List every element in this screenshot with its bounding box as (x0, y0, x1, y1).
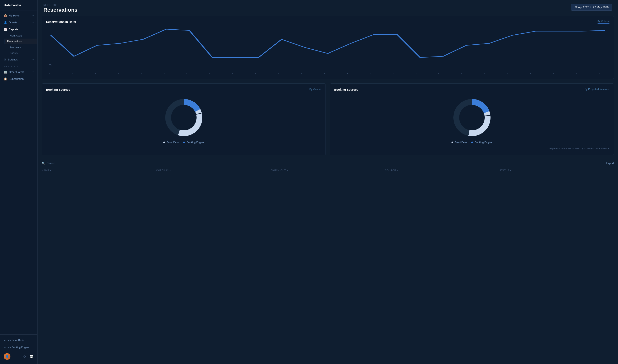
sidebar-item-other-hotels[interactable]: 🏢 Other Hotels ▾ (0, 69, 37, 76)
sidebar: Hotel Yorba 🏨 My Hotel ▾ 👤 Guests ▾ 📈 Re… (0, 0, 38, 364)
sidebar-item-label: Other Hotels (9, 70, 24, 74)
bottom-area: 🔍 Search Export NAME ▾ CHECK IN ▾ CHECK … (38, 159, 618, 176)
x-axis-date: 2020-05-02 (71, 73, 80, 74)
x-axis-date: 2020-05-18 (437, 73, 446, 74)
col-source[interactable]: SOURCE ▾ (385, 169, 499, 172)
revenue-card-header: Booking Sources By Projected Revenue (334, 88, 609, 91)
sidebar-item-guests[interactable]: 👤 Guests ▾ (0, 19, 37, 26)
volume-card-label: By Volume (309, 88, 321, 91)
sidebar-nav: 🏨 My Hotel ▾ 👤 Guests ▾ 📈 Reports ▴ Nigh… (0, 10, 37, 334)
reports-subnav: Night Audit Reservations Payments Guests (0, 33, 37, 56)
page-title: Reservations (43, 7, 77, 13)
x-axis-date: 2020-05-13 (323, 73, 331, 74)
revenue-legend: Front Desk Booking Engine (452, 141, 492, 144)
sidebar-item-label: My Hotel (9, 14, 19, 17)
x-axis-date: 2020-05-01 (48, 73, 56, 74)
line-chart-container: 0 (46, 27, 609, 73)
sidebar-logo: Hotel Yorba (0, 0, 37, 10)
sidebar-item-night-audit[interactable]: Night Audit (7, 33, 37, 39)
legend-booking-engine-rev: Booking Engine (471, 141, 492, 144)
refresh-icon[interactable]: ⟳ (23, 355, 26, 359)
sidebar-item-settings[interactable]: ⚙ Settings ▾ (0, 56, 37, 63)
guests-icon: 👤 (4, 21, 7, 24)
booking-engine-dot-rev (471, 142, 473, 143)
search-icon: 🔍 (42, 162, 45, 165)
sidebar-item-payments[interactable]: Payments (7, 44, 37, 50)
line-chart-svg: 0 (46, 27, 609, 73)
x-axis-date: 2020-05-05 (140, 73, 148, 74)
x-axis-date: 2020-05-08 (208, 73, 217, 74)
settings-icon: ⚙ (4, 58, 6, 61)
col-check-out[interactable]: CHECK OUT ▾ (271, 169, 385, 172)
col-status[interactable]: STATUS ▾ (499, 169, 614, 172)
sort-icon-status: ▾ (510, 169, 511, 171)
sidebar-item-reservations[interactable]: Reservations (5, 39, 37, 44)
chevron-down-icon: ▾ (33, 71, 34, 73)
x-axis-date: 2020-05-20 (483, 73, 492, 74)
front-desk-dot-rev (452, 142, 453, 143)
col-name[interactable]: NAME ▾ (42, 169, 156, 172)
chevron-down-icon: ▾ (33, 21, 34, 24)
sidebar-item-subscription[interactable]: 📋 Subscription (0, 76, 37, 82)
main-content: Reports Reservations 22 Apr 2020 to 22 M… (38, 0, 618, 364)
x-axis-date: 2020-05-06 (163, 73, 171, 74)
sort-icon-checkin: ▾ (170, 169, 171, 171)
table-header-row: NAME ▾ CHECK IN ▾ CHECK OUT ▾ SOURCE ▾ S… (42, 167, 614, 174)
line-chart-title: Reservations in Hotel (46, 20, 76, 24)
sort-icon-checkout: ▾ (287, 169, 288, 171)
page-header-left: Reports Reservations (43, 4, 77, 13)
message-icon[interactable]: 💬 (29, 355, 34, 359)
x-axis-date: 2020-05-19 (460, 73, 469, 74)
sidebar-bottom: ↗ My Front Desk ↗ My Booking Engine 👤 ⟳ … (0, 334, 37, 364)
volume-card-title: Booking Sources (46, 88, 70, 91)
x-axis-labels: 2020-05-012020-05-022020-05-032020-05-04… (46, 73, 609, 75)
sidebar-item-label: Guests (9, 21, 17, 24)
volume-pie-area: Front Desk Booking Engine (46, 95, 321, 146)
booking-sources-volume-card: Booking Sources By Volume (42, 83, 326, 155)
external-link-icon: ↗ (4, 346, 6, 349)
search-export-row: 🔍 Search Export (42, 159, 614, 167)
search-label: Search (47, 162, 55, 165)
breadcrumb: Reports (43, 4, 77, 6)
figures-note: * Figures in charts are rounded up to ne… (334, 146, 609, 151)
svg-text:0: 0 (48, 64, 52, 67)
my-booking-engine-button[interactable]: ↗ My Booking Engine (0, 344, 37, 351)
subscription-icon: 📋 (4, 77, 7, 80)
volume-card-header: Booking Sources By Volume (46, 88, 321, 91)
legend-booking-engine: Booking Engine (183, 141, 204, 144)
booking-engine-dot (183, 142, 185, 143)
hotel-icon: 🏨 (4, 14, 7, 17)
x-axis-date: 2020-05-10 (254, 73, 263, 74)
page-header: Reports Reservations 22 Apr 2020 to 22 M… (38, 0, 618, 16)
sidebar-item-reports[interactable]: 📈 Reports ▴ (0, 26, 37, 33)
x-axis-date: 2020-05-22 (529, 73, 537, 74)
legend-front-desk-rev: Front Desk (452, 141, 467, 144)
x-axis-date: 2020-05-21 (506, 73, 514, 74)
sort-icon-name: ▾ (50, 169, 51, 171)
x-axis-date: 2020-05-04 (117, 73, 125, 74)
export-button[interactable]: Export (606, 162, 614, 165)
col-check-in[interactable]: CHECK IN ▾ (156, 169, 270, 172)
x-axis-date: 2020-05-24 (575, 73, 583, 74)
sidebar-item-guests-sub[interactable]: Guests (7, 50, 37, 56)
avatar[interactable]: 👤 (4, 353, 11, 360)
user-row: 👤 ⟳ 💬 (0, 351, 37, 362)
x-axis-date: 2020-05-12 (300, 73, 308, 74)
x-axis-date: 2020-05-09 (231, 73, 240, 74)
revenue-card-label: By Projected Revenue (585, 88, 609, 91)
x-axis-date: 2020-05-03 (94, 73, 102, 74)
sort-icon-source: ▾ (397, 169, 398, 171)
sidebar-item-label: Settings (8, 58, 18, 61)
search-box[interactable]: 🔍 Search (42, 162, 55, 165)
sidebar-item-label: Reports (9, 28, 18, 31)
legend-front-desk: Front Desk (163, 141, 179, 144)
sidebar-item-my-hotel[interactable]: 🏨 My Hotel ▾ (0, 12, 37, 19)
my-front-desk-button[interactable]: ↗ My Front Desk (0, 337, 37, 344)
sidebar-item-label: Subscription (9, 77, 24, 80)
front-desk-dot (163, 142, 165, 143)
other-hotels-icon: 🏢 (4, 70, 7, 74)
revenue-pie-svg (451, 97, 493, 138)
chevron-down-icon: ▾ (33, 14, 34, 17)
date-range-button[interactable]: 22 Apr 2020 to 22 May 2020 (571, 4, 612, 11)
x-axis-date: 2020-05-23 (552, 73, 560, 74)
